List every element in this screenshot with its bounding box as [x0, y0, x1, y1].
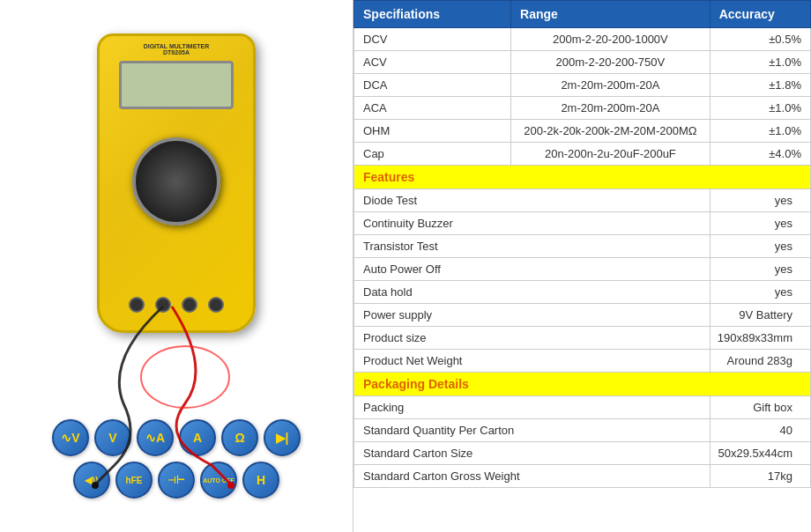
packaging-label: Standard Quantity Per Carton [354, 419, 711, 442]
feature-value: Around 283g [710, 350, 810, 373]
feature-value: yes [710, 189, 810, 212]
feature-label: Diode Test [354, 189, 711, 212]
feature-value: yes [710, 258, 810, 281]
feature-row: Product size 190x89x33mm [354, 327, 811, 350]
feature-value: 190x89x33mm [710, 327, 810, 350]
symbol-hold: H [242, 462, 279, 499]
spec-accuracy: ±1.0% [710, 51, 810, 74]
spec-name: DCV [354, 28, 511, 51]
feature-value: yes [710, 235, 810, 258]
header-specifications: Specifiations [354, 1, 511, 28]
specs-table: Specifiations Range Accuracy DCV 200m-2-… [353, 0, 811, 488]
feature-label: Auto Power Off [354, 258, 711, 281]
symbol-ohm: Ω [221, 419, 258, 456]
feature-label: Transistor Test [354, 235, 711, 258]
svg-point-1 [92, 482, 99, 489]
symbol-autooff: AUTO OFF [200, 462, 237, 499]
table-row: ACV 200m-2-20-200-750V ±1.0% [354, 51, 811, 74]
table-row: DCV 200m-2-20-200-1000V ±0.5% [354, 28, 811, 51]
svg-point-2 [141, 346, 229, 408]
symbol-buzz: ◀)) [73, 462, 110, 499]
feature-row: Auto Power Off yes [354, 258, 811, 281]
header-range: Range [511, 1, 711, 28]
symbol-hfe: hFE [115, 462, 153, 499]
packaging-value: 40 [710, 419, 810, 442]
features-header-row: Features [354, 166, 811, 189]
packaging-value: Gift box [710, 396, 810, 419]
symbol-diode: ▶| [264, 419, 301, 456]
feature-value: 9V Battery [710, 304, 810, 327]
multimeter-image: DIGITAL MULTIMETER DT9205A [35, 33, 317, 403]
feature-label: Product Net Weight [354, 350, 711, 373]
spec-name: ACA [354, 97, 511, 120]
table-header-row: Specifiations Range Accuracy [354, 1, 811, 28]
spec-accuracy: ±1.0% [710, 120, 810, 143]
feature-row: Diode Test yes [354, 189, 811, 212]
table-row: OHM 200-2k-20k-200k-2M-20M-200MΩ ±1.0% [354, 120, 811, 143]
spec-accuracy: ±1.0% [710, 97, 810, 120]
header-accuracy: Accuracy [710, 1, 810, 28]
feature-value: yes [710, 212, 810, 235]
packaging-row: Standard Quantity Per Carton 40 [354, 419, 811, 442]
table-row: ACA 2m-20m-200m-20A ±1.0% [354, 97, 811, 120]
spec-range: 200m-2-20-200-1000V [511, 28, 711, 51]
symbol-acv: ∿V [52, 419, 89, 456]
table-row: DCA 2m-20m-200m-20A ±1.8% [354, 74, 811, 97]
spec-accuracy: ±1.8% [710, 74, 810, 97]
right-panel: Specifiations Range Accuracy DCV 200m-2-… [353, 0, 811, 532]
spec-range: 200-2k-20k-200k-2M-20M-200MΩ [511, 120, 711, 143]
spec-accuracy: ±4.0% [710, 143, 810, 166]
spec-range: 20n-200n-2u-20uF-200uF [511, 143, 711, 166]
feature-row: Continuity Buzzer yes [354, 212, 811, 235]
symbol-aca: ∿A [137, 419, 174, 456]
feature-row: Product Net Weight Around 283g [354, 350, 811, 373]
spec-accuracy: ±0.5% [710, 28, 810, 51]
features-header: Features [354, 166, 811, 189]
packaging-value: 17kg [710, 465, 810, 488]
feature-row: Power supply 9V Battery [354, 304, 811, 327]
feature-value: yes [710, 281, 810, 304]
packaging-value: 50x29.5x44cm [710, 442, 810, 465]
packaging-header-row: Packaging Details [354, 373, 811, 396]
packaging-label: Standard Carton Gross Weight [354, 465, 711, 488]
feature-label: Product size [354, 327, 711, 350]
packaging-label: Packing [354, 396, 711, 419]
spec-range: 200m-2-20-200-750V [511, 51, 711, 74]
feature-label: Continuity Buzzer [354, 212, 711, 235]
feature-label: Power supply [354, 304, 711, 327]
packaging-row: Standard Carton Size 50x29.5x44cm [354, 442, 811, 465]
packaging-row: Packing Gift box [354, 396, 811, 419]
specs-body: DCV 200m-2-20-200-1000V ±0.5% ACV 200m-2… [354, 28, 811, 488]
symbol-dca: A [179, 419, 216, 456]
spec-name: DCA [354, 74, 511, 97]
spec-name: OHM [354, 120, 511, 143]
probe-wires [35, 33, 317, 403]
left-panel: DIGITAL MULTIMETER DT9205A [0, 0, 353, 532]
table-row: Cap 20n-200n-2u-20uF-200uF ±4.0% [354, 143, 811, 166]
symbol-cap: ⊣⊢ [158, 462, 195, 499]
feature-row: Data hold yes [354, 281, 811, 304]
spec-name: ACV [354, 51, 511, 74]
spec-range: 2m-20m-200m-20A [511, 97, 711, 120]
svg-point-0 [227, 482, 234, 489]
packaging-row: Standard Carton Gross Weight 17kg [354, 465, 811, 488]
packaging-header: Packaging Details [354, 373, 811, 396]
feature-label: Data hold [354, 281, 711, 304]
spec-range: 2m-20m-200m-20A [511, 74, 711, 97]
packaging-label: Standard Carton Size [354, 442, 711, 465]
spec-name: Cap [354, 143, 511, 166]
symbols-row-2: ◀)) hFE ⊣⊢ AUTO OFF H [44, 462, 309, 499]
feature-row: Transistor Test yes [354, 235, 811, 258]
